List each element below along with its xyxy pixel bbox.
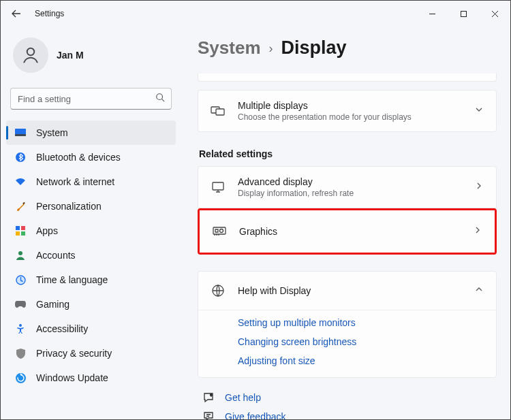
nav-label: Privacy & security (36, 348, 112, 359)
card-body: Graphics (239, 226, 461, 237)
truncated-card (198, 74, 497, 82)
globe-clock-icon (14, 274, 27, 286)
person-icon (20, 45, 41, 65)
breadcrumb-sep-icon: › (269, 42, 273, 56)
avatar (13, 37, 48, 73)
maximize-button[interactable] (448, 3, 479, 25)
svg-rect-17 (213, 182, 223, 190)
nav-label: Windows Update (36, 372, 108, 383)
titlebar-left: Settings (5, 2, 64, 25)
search-input[interactable] (10, 88, 172, 110)
help-header[interactable]: Help with Display (198, 272, 496, 310)
chevron-right-icon (473, 225, 482, 235)
svg-rect-6 (22, 201, 25, 204)
svg-point-19 (220, 229, 223, 233)
bluetooth-icon (14, 151, 27, 163)
nav-bluetooth[interactable]: Bluetooth & devices (6, 145, 176, 169)
expand-button[interactable] (474, 105, 484, 117)
svg-point-1 (27, 48, 35, 56)
card-title: Graphics (239, 226, 461, 237)
svg-rect-4 (15, 134, 26, 136)
nav-label: System (36, 127, 68, 138)
nav-gaming[interactable]: Gaming (6, 292, 176, 317)
accounts-icon (14, 249, 27, 261)
nav-privacy[interactable]: Privacy & security (6, 341, 176, 366)
breadcrumb: System › Display (198, 37, 497, 59)
nav-time-language[interactable]: Time & language (6, 268, 176, 292)
graphics-card[interactable]: Graphics (200, 210, 495, 253)
help-chat-icon: ? (202, 391, 215, 404)
globe-help-icon (211, 284, 226, 297)
content: System › Display Multiple displays Choos… (181, 27, 510, 419)
app-title: Settings (35, 9, 64, 18)
brush-icon (14, 200, 27, 212)
svg-rect-8 (21, 226, 25, 230)
svg-point-2 (157, 94, 163, 100)
help-link-brightness[interactable]: Changing screen brightness (238, 336, 491, 347)
monitor-icon (211, 181, 226, 193)
update-icon (14, 372, 27, 384)
gamepad-icon (14, 298, 27, 310)
graphics-highlight: Graphics (198, 208, 497, 255)
advanced-display-card[interactable]: Advanced display Display information, re… (198, 166, 497, 208)
nav-network[interactable]: Network & internet (6, 169, 176, 194)
nav-system[interactable]: System (6, 120, 176, 145)
titlebar: Settings (1, 1, 510, 27)
nav-accessibility[interactable]: Accessibility (6, 317, 176, 341)
svg-rect-10 (21, 231, 25, 236)
card-sub: Choose the presentation mode for your di… (238, 112, 462, 122)
close-button[interactable] (479, 3, 510, 25)
svg-point-13 (19, 324, 22, 327)
apps-icon (14, 225, 27, 237)
sidebar: Jan M System Bluetooth & devices (1, 27, 181, 419)
nav-label: Apps (36, 225, 58, 236)
minimize-button[interactable] (416, 3, 448, 25)
back-button[interactable] (5, 2, 28, 25)
help-link-font[interactable]: Adjusting font size (238, 355, 491, 366)
window-controls (416, 3, 510, 25)
nav-apps[interactable]: Apps (6, 219, 176, 243)
go-button[interactable] (473, 225, 482, 238)
breadcrumb-parent[interactable]: System (198, 37, 261, 59)
maximize-icon (460, 10, 467, 18)
give-feedback-link[interactable]: Give feedback (202, 410, 497, 419)
nav-label: Gaming (36, 299, 69, 310)
system-icon (14, 127, 27, 139)
nav-windows-update[interactable]: Windows Update (6, 366, 176, 390)
multiple-displays-card[interactable]: Multiple displays Choose the presentatio… (198, 90, 497, 132)
profile[interactable]: Jan M (1, 31, 181, 85)
svg-rect-0 (461, 11, 466, 16)
nav-label: Time & language (36, 274, 108, 285)
get-help-link[interactable]: ? Get help (202, 391, 497, 404)
body: Jan M System Bluetooth & devices (1, 27, 510, 419)
nav-label: Personalization (36, 201, 102, 212)
card-body: Advanced display Display information, re… (238, 176, 462, 198)
breadcrumb-current: Display (281, 37, 347, 59)
search-icon (155, 93, 165, 105)
help-links: Setting up multiple monitors Changing sc… (198, 310, 496, 377)
card-sub: Display information, refresh rate (238, 189, 462, 198)
footer-links: ? Get help Give feedback (198, 391, 497, 419)
gpu-icon (212, 226, 227, 237)
nav-accounts[interactable]: Accounts (6, 243, 176, 268)
card-title: Advanced display (238, 176, 462, 187)
shield-icon (14, 347, 27, 359)
go-button[interactable] (474, 181, 484, 193)
help-link-monitors[interactable]: Setting up multiple monitors (238, 317, 491, 328)
svg-rect-7 (16, 226, 20, 230)
svg-text:?: ? (211, 394, 212, 397)
minimize-icon (429, 10, 436, 18)
card-body: Multiple displays Choose the presentatio… (238, 100, 462, 122)
svg-rect-9 (16, 231, 20, 236)
chevron-up-icon (474, 285, 484, 294)
nav-label: Accessibility (36, 323, 88, 334)
search-wrap (10, 88, 172, 110)
feedback-icon (202, 410, 215, 419)
chevron-down-icon (474, 105, 484, 114)
nav-label: Accounts (36, 250, 76, 261)
accessibility-icon (14, 323, 27, 335)
collapse-button[interactable] (474, 285, 484, 297)
footer-label: Get help (225, 392, 261, 403)
nav-personalization[interactable]: Personalization (6, 194, 176, 219)
nav-label: Network & internet (36, 176, 114, 187)
